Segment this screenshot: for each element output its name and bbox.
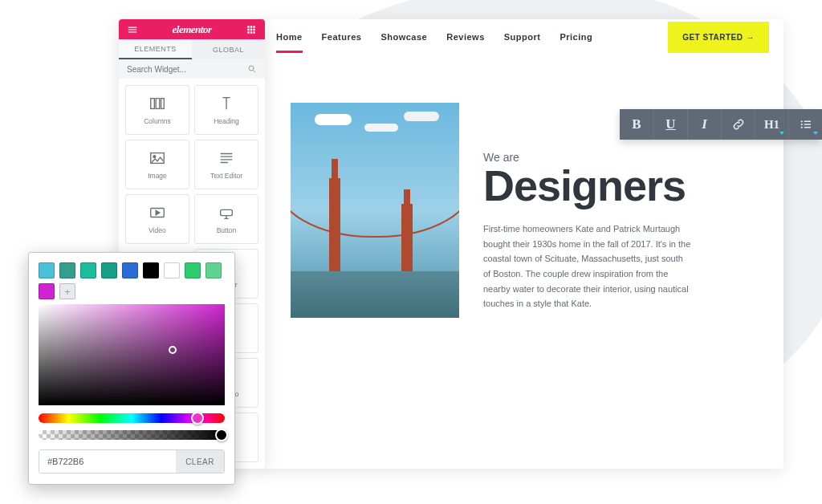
search-row xyxy=(119,59,265,79)
swatch-preset[interactable] xyxy=(39,262,55,278)
chevron-down-icon xyxy=(813,132,818,135)
tab-elements[interactable]: ELEMENTS xyxy=(119,39,192,59)
brand-logo: elementor xyxy=(173,23,212,36)
preview-canvas: Home Features Showcase Reviews Support P… xyxy=(262,19,783,469)
underline-button[interactable]: U xyxy=(653,109,687,140)
widget-label: Video xyxy=(149,226,166,234)
alpha-slider[interactable] xyxy=(39,430,225,440)
bridge-cable xyxy=(291,173,459,238)
saturation-cursor[interactable] xyxy=(169,346,177,354)
swatch-preset[interactable] xyxy=(80,262,96,278)
swatch-add[interactable]: + xyxy=(59,283,75,299)
list-icon xyxy=(799,117,813,132)
nav-item-showcase[interactable]: Showcase xyxy=(380,32,427,42)
chevron-down-icon xyxy=(779,132,784,135)
svg-rect-1 xyxy=(151,99,155,109)
search-input[interactable] xyxy=(127,65,247,74)
swatch-row-custom: + xyxy=(39,283,225,299)
list-dropdown[interactable] xyxy=(788,109,822,140)
nav-item-pricing[interactable]: Pricing xyxy=(560,32,592,42)
svg-rect-3 xyxy=(161,99,165,109)
link-button[interactable] xyxy=(721,109,755,140)
svg-point-16 xyxy=(800,124,802,125)
sidebar-tabs: ELEMENTS GLOBAL xyxy=(119,39,265,59)
hero-section: We are Designers First-time homeowners K… xyxy=(262,55,783,318)
top-nav: Home Features Showcase Reviews Support P… xyxy=(262,19,783,55)
saturation-box[interactable] xyxy=(39,304,225,405)
hero-title: Designers xyxy=(483,164,692,207)
heading-dropdown[interactable]: H1 xyxy=(755,109,788,140)
svg-rect-2 xyxy=(156,99,160,109)
widget-label: Button xyxy=(217,226,237,234)
nav-item-reviews[interactable]: Reviews xyxy=(446,32,485,42)
swatch-preset[interactable] xyxy=(122,262,138,278)
widget-button[interactable]: Button xyxy=(194,194,258,244)
hex-row: CLEAR xyxy=(39,449,225,474)
nav-item-home[interactable]: Home xyxy=(276,32,303,42)
swatch-row-presets xyxy=(39,262,225,278)
apps-grid-icon[interactable] xyxy=(246,24,257,35)
hue-handle[interactable] xyxy=(191,412,204,425)
nav-item-support[interactable]: Support xyxy=(504,32,541,42)
clear-button[interactable]: CLEAR xyxy=(176,450,224,473)
svg-rect-7 xyxy=(221,209,233,215)
swatch-preset[interactable] xyxy=(101,262,117,278)
widget-label: Text Editor xyxy=(210,172,242,180)
widget-columns[interactable]: Columns xyxy=(125,85,189,135)
hero-image-bridge xyxy=(291,103,459,318)
swatch-preset[interactable] xyxy=(59,262,75,278)
hero-body: First-time homeowners Kate and Patrick M… xyxy=(483,222,692,311)
svg-point-0 xyxy=(249,66,254,71)
menu-icon[interactable] xyxy=(127,24,138,35)
hue-slider[interactable] xyxy=(39,413,225,423)
svg-point-5 xyxy=(153,156,156,158)
arrow-right-icon: → xyxy=(747,33,755,42)
swatch-preset[interactable] xyxy=(206,262,222,278)
search-icon[interactable] xyxy=(247,64,257,74)
widget-label: Heading xyxy=(214,117,239,125)
format-toolbar: B U I H1 xyxy=(620,109,822,140)
sidebar-header: elementor xyxy=(119,19,265,39)
water xyxy=(291,271,459,318)
italic-button[interactable]: I xyxy=(687,109,721,140)
swatch-preset[interactable] xyxy=(164,262,180,278)
color-picker: + CLEAR xyxy=(28,252,235,485)
nav-item-features[interactable]: Features xyxy=(322,32,362,42)
widget-heading[interactable]: Heading xyxy=(194,85,258,135)
bold-button[interactable]: B xyxy=(620,109,653,140)
swatch-current[interactable] xyxy=(39,283,55,299)
widget-label: Columns xyxy=(144,117,171,125)
cta-label: GET STARTED xyxy=(682,33,743,42)
alpha-handle[interactable] xyxy=(215,429,228,441)
link-icon xyxy=(731,117,746,132)
hex-input[interactable] xyxy=(39,450,176,473)
tab-global[interactable]: GLOBAL xyxy=(192,39,265,59)
cta-get-started[interactable]: GET STARTED → xyxy=(668,22,769,53)
svg-point-17 xyxy=(800,127,802,128)
widget-image[interactable]: Image xyxy=(125,140,189,189)
svg-point-15 xyxy=(800,120,802,122)
swatch-preset[interactable] xyxy=(143,262,159,278)
widget-video[interactable]: Video xyxy=(125,194,189,244)
clouds xyxy=(315,114,352,125)
widget-text-editor[interactable]: Text Editor xyxy=(194,140,258,189)
swatch-preset[interactable] xyxy=(185,262,201,278)
widget-label: Image xyxy=(148,172,167,180)
